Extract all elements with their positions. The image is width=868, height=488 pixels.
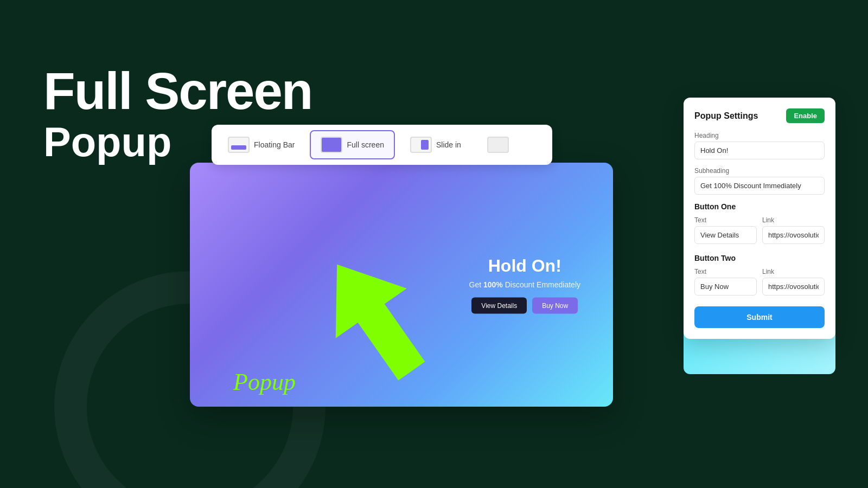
page-title-line1: Full Screen xyxy=(43,65,312,117)
preview-container: Floating Bar Full screen Slide in Hold O… xyxy=(190,125,624,407)
heading-label: Heading xyxy=(694,132,825,139)
btn2-text-input[interactable] xyxy=(694,278,757,296)
full-screen-label: Full screen xyxy=(347,140,384,149)
slide-in-icon xyxy=(410,137,432,153)
type-full-screen[interactable]: Full screen xyxy=(310,130,394,159)
green-arrow xyxy=(298,247,450,390)
type-other[interactable] xyxy=(476,130,547,159)
btn1-text-group: Text xyxy=(694,216,757,244)
subheading-input[interactable] xyxy=(694,177,825,195)
popup-heading: Hold On! xyxy=(469,256,580,276)
btn2-link-label: Link xyxy=(762,268,825,275)
subheading-bold: 100% xyxy=(483,280,503,289)
popup-view-details-button[interactable]: View Details xyxy=(471,298,527,314)
subheading-prefix: Get xyxy=(469,280,483,289)
btn1-link-input[interactable] xyxy=(762,226,825,244)
btn2-link-group: Link xyxy=(762,268,825,296)
button-two-row: Text Link xyxy=(694,268,825,303)
subheading-group: Subheading xyxy=(694,167,825,195)
heading-group: Heading xyxy=(694,132,825,159)
full-screen-icon xyxy=(321,137,342,153)
enable-button[interactable]: Enable xyxy=(786,108,825,123)
floating-bar-label: Floating Bar xyxy=(254,140,295,149)
submit-button[interactable]: Submit xyxy=(694,306,825,328)
btn2-link-input[interactable] xyxy=(762,278,825,296)
subheading-label: Subheading xyxy=(694,167,825,175)
popup-handwritten-label: Popup xyxy=(233,368,296,396)
popup-subheading: Get 100% Discount Emmediately xyxy=(469,280,580,289)
subheading-suffix: Discount Emmediately xyxy=(503,280,580,289)
button-two-title: Button Two xyxy=(694,254,825,262)
btn2-text-label: Text xyxy=(694,268,757,275)
btn1-text-label: Text xyxy=(694,216,757,224)
heading-input[interactable] xyxy=(694,142,825,159)
button-one-title: Button One xyxy=(694,202,825,211)
floating-bar-icon xyxy=(228,137,250,153)
popup-content: Hold On! Get 100% Discount Emmediately V… xyxy=(469,256,580,314)
type-selector: Floating Bar Full screen Slide in xyxy=(212,125,552,165)
type-slide-in[interactable]: Slide in xyxy=(399,130,472,159)
slide-in-label: Slide in xyxy=(436,140,461,149)
settings-header: Popup Settings Enable xyxy=(694,108,825,123)
btn1-link-label: Link xyxy=(762,216,825,224)
popup-buttons: View Details Buy Now xyxy=(469,298,580,314)
settings-panel: Popup Settings Enable Heading Subheading… xyxy=(684,98,835,339)
settings-title: Popup Settings xyxy=(694,111,758,121)
btn1-link-group: Link xyxy=(762,216,825,244)
svg-marker-0 xyxy=(302,247,448,388)
other-icon xyxy=(487,137,509,153)
type-floating-bar[interactable]: Floating Bar xyxy=(217,130,305,159)
popup-buy-now-button[interactable]: Buy Now xyxy=(532,298,578,314)
button-one-row: Text Link xyxy=(694,216,825,252)
btn1-text-input[interactable] xyxy=(694,226,757,244)
btn2-text-group: Text xyxy=(694,268,757,296)
